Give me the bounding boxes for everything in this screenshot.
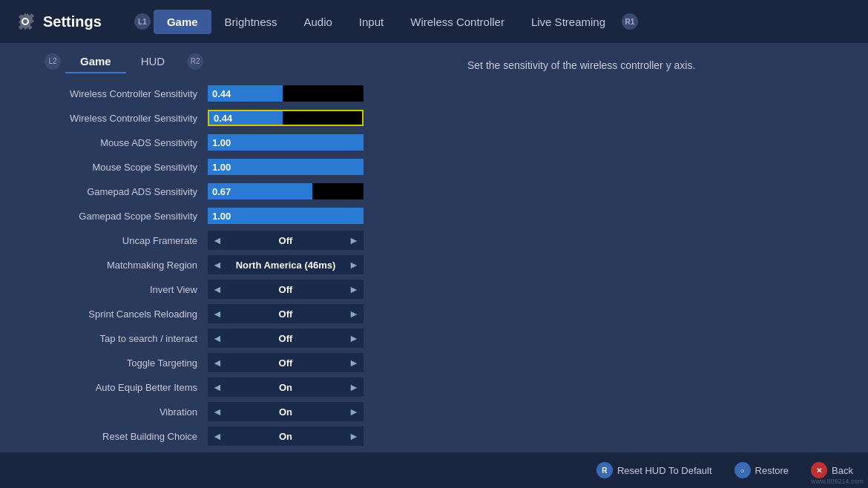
slider-value: 0.44 [212,88,231,99]
setting-row: Sprint Cancels Reloading◄Off► [45,303,423,324]
setting-label: Vibration [45,406,208,418]
toggle-value: On [227,406,344,418]
setting-row: Gamepad ADS Sensitivity0.67 [45,181,423,202]
slider-track[interactable]: 1.00 [208,208,364,224]
sub-tab-hud[interactable]: HUD [126,50,180,72]
tab-game[interactable]: Game [154,10,211,34]
toggle-value: Off [227,357,344,369]
setting-control: 0.44 [208,85,364,102]
slider-fill [208,134,364,151]
setting-control[interactable]: ◄On► [208,426,364,446]
setting-label: Auto Equip Better Items [45,382,208,393]
toggle-left-arrow[interactable]: ◄ [208,231,227,250]
settings-list: Wireless Controller Sensitivity0.44Wirel… [45,83,423,446]
toggle-left-arrow[interactable]: ◄ [208,353,227,372]
setting-control[interactable]: ◄North America (46ms)► [208,255,364,274]
toggle-right-arrow[interactable]: ► [344,255,364,274]
settings-logo: Settings [15,11,102,32]
setting-control: 0.44 [208,110,364,126]
toggle-left-arrow[interactable]: ◄ [208,255,227,274]
toggle-control[interactable]: ◄Off► [208,231,364,250]
setting-control[interactable]: ◄On► [208,377,364,397]
setting-control: 1.00 [208,134,364,151]
reset-hud-icon: R [596,462,613,478]
settings-panel: L2 Game HUD R2 Wireless Controller Sensi… [0,43,445,452]
setting-label: Invert View [45,284,208,295]
toggle-control[interactable]: ◄Off► [208,329,364,348]
setting-row: Uncap Framerate◄Off► [45,230,423,251]
setting-control[interactable]: ◄On► [208,402,364,421]
gear-icon [15,11,36,32]
tab-input[interactable]: Input [346,10,397,34]
toggle-control[interactable]: ◄Off► [208,280,364,299]
toggle-value: On [227,382,344,393]
toggle-value: Off [227,284,344,295]
tab-brightness[interactable]: Brightness [211,10,291,34]
setting-control[interactable]: ◄Off► [208,353,364,372]
toggle-left-arrow[interactable]: ◄ [208,329,227,348]
toggle-right-arrow[interactable]: ► [344,329,364,348]
toggle-right-arrow[interactable]: ► [344,280,364,299]
tab-live-streaming[interactable]: Live Streaming [518,10,619,34]
setting-control[interactable]: ◄Off► [208,280,364,299]
setting-label: Wireless Controller Sensitivity [45,88,208,99]
slider-track[interactable]: 0.44 [208,110,364,126]
l2-badge: L2 [45,53,61,70]
restore-action[interactable]: ○ Restore [734,462,789,478]
toggle-value: Off [227,235,344,246]
slider-track[interactable]: 0.67 [208,183,364,200]
watermark: www.889214.com [811,478,864,485]
back-action[interactable]: ✕ Back [811,462,853,478]
setting-label: Sprint Cancels Reloading [45,309,208,320]
toggle-left-arrow[interactable]: ◄ [208,402,227,421]
slider-fill [208,208,364,224]
toggle-right-arrow[interactable]: ► [344,304,364,323]
toggle-right-arrow[interactable]: ► [344,426,364,446]
toggle-left-arrow[interactable]: ◄ [208,280,227,299]
setting-row: Gamepad Scope Sensitivity1.00 [45,205,423,226]
setting-row: Toggle Targeting◄Off► [45,352,423,373]
slider-value: 0.44 [214,113,232,124]
toggle-right-arrow[interactable]: ► [344,231,364,250]
info-text: Set the sensitivity of the wireless cont… [467,58,846,73]
setting-row: Wireless Controller Sensitivity0.44 [45,108,423,128]
setting-control: 1.00 [208,159,364,175]
toggle-right-arrow[interactable]: ► [344,353,364,372]
setting-label: Matchmaking Region [45,260,208,271]
toggle-control[interactable]: ◄Off► [208,304,364,323]
setting-control: 0.67 [208,183,364,200]
toggle-control[interactable]: ◄On► [208,377,364,397]
nav-tabs: L1 Game Brightness Audio Input Wireless … [131,10,853,34]
tab-audio[interactable]: Audio [290,10,345,34]
setting-label: Tap to search / interact [45,333,208,344]
toggle-right-arrow[interactable]: ► [344,377,364,397]
r1-badge: R1 [622,13,638,30]
toggle-control[interactable]: ◄Off► [208,353,364,372]
toggle-control[interactable]: ◄On► [208,402,364,421]
setting-control: 1.00 [208,208,364,224]
back-label: Back [832,465,853,476]
setting-label: Mouse ADS Sensitivity [45,137,208,148]
setting-label: Toggle Targeting [45,357,208,369]
toggle-left-arrow[interactable]: ◄ [208,377,227,397]
toggle-right-arrow[interactable]: ► [344,402,364,421]
setting-row: Auto Equip Better Items◄On► [45,377,423,398]
toggle-left-arrow[interactable]: ◄ [208,426,227,446]
slider-track[interactable]: 0.44 [208,85,364,102]
setting-control[interactable]: ◄Off► [208,304,364,323]
setting-row: Matchmaking Region◄North America (46ms)► [45,254,423,275]
sub-tab-game[interactable]: Game [65,50,126,72]
slider-value: 1.00 [212,137,231,148]
toggle-control[interactable]: ◄North America (46ms)► [208,255,364,274]
slider-track[interactable]: 1.00 [208,134,364,151]
setting-control[interactable]: ◄Off► [208,231,364,250]
bottom-bar: R Reset HUD To Default ○ Restore ✕ Back [0,452,868,488]
toggle-left-arrow[interactable]: ◄ [208,304,227,323]
toggle-control[interactable]: ◄On► [208,426,364,446]
slider-track[interactable]: 1.00 [208,159,364,175]
reset-hud-action[interactable]: R Reset HUD To Default [596,462,712,478]
tab-wireless-controller[interactable]: Wireless Controller [397,10,518,34]
setting-control[interactable]: ◄Off► [208,329,364,348]
settings-title: Settings [43,13,102,30]
toggle-value: Off [227,309,344,320]
